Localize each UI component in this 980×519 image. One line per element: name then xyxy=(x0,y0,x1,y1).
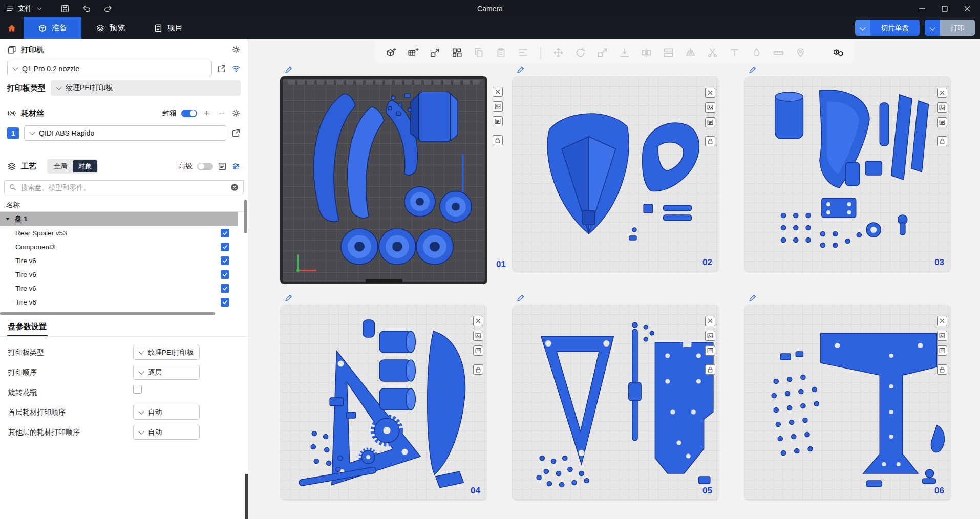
edit-plate-name-icon[interactable] xyxy=(748,294,757,302)
delete-plate-button[interactable] xyxy=(493,86,503,97)
plate-image-button[interactable] xyxy=(705,331,715,341)
plate-card-05[interactable]: 05 xyxy=(512,305,719,501)
file-menu[interactable]: 文件 xyxy=(6,4,43,13)
tab-project[interactable]: 项目 xyxy=(139,17,197,39)
list-scrollbar[interactable] xyxy=(244,200,247,233)
delete-plate-button[interactable] xyxy=(937,88,947,98)
plate-name-button[interactable] xyxy=(937,345,947,356)
plate-04-surface[interactable]: 04 xyxy=(280,305,487,501)
plate-name-button[interactable] xyxy=(493,116,503,126)
print-button[interactable]: 打印 xyxy=(925,20,975,36)
plate-image-button[interactable] xyxy=(705,102,715,113)
sidebar-scrollbar[interactable] xyxy=(245,474,248,519)
plate-02-surface[interactable]: 02 xyxy=(512,76,719,273)
search-input[interactable] xyxy=(21,184,226,191)
object-visibility-checkbox[interactable] xyxy=(221,243,229,251)
delete-plate-button[interactable] xyxy=(937,316,947,326)
add-plate-icon[interactable] xyxy=(405,45,420,60)
viewport[interactable]: 01 xyxy=(248,39,980,519)
minimize-button[interactable] xyxy=(918,4,927,13)
plate-card-02[interactable]: 02 xyxy=(512,76,719,273)
delete-plate-button[interactable] xyxy=(473,316,483,326)
slice-button[interactable]: 切片单盘 xyxy=(855,20,920,36)
remove-filament-button[interactable]: − xyxy=(217,108,227,118)
clear-search-icon[interactable] xyxy=(230,183,239,192)
advanced-toggle[interactable] xyxy=(197,163,213,170)
slice-dropdown[interactable] xyxy=(855,20,870,36)
plate-type-select[interactable]: 纹理PEI打印板 xyxy=(51,80,241,96)
object-list-item[interactable]: Component3 xyxy=(0,240,248,254)
parameter-table-icon[interactable] xyxy=(218,162,227,171)
edit-plate-name-icon[interactable] xyxy=(284,66,293,74)
lock-plate-button[interactable] xyxy=(705,364,715,375)
object-list-item[interactable]: Rear Spoiler v53 xyxy=(0,226,248,240)
assembly-icon[interactable] xyxy=(830,45,845,60)
plate-image-button[interactable] xyxy=(493,101,503,112)
object-visibility-checkbox[interactable] xyxy=(221,229,229,237)
add-object-icon[interactable] xyxy=(383,45,398,60)
lock-plate-button[interactable] xyxy=(473,364,483,375)
build-plate-3d[interactable] xyxy=(280,76,487,284)
delete-plate-button[interactable] xyxy=(705,316,715,326)
close-button[interactable] xyxy=(963,4,972,13)
maximize-button[interactable] xyxy=(940,4,949,13)
edit-plate-name-icon[interactable] xyxy=(284,294,293,302)
auto-arrange-icon[interactable] xyxy=(427,45,442,60)
object-list-item[interactable]: Tire v6 xyxy=(0,282,248,295)
delete-plate-button[interactable] xyxy=(705,88,715,98)
print-dropdown[interactable] xyxy=(925,20,940,36)
plate-name-button[interactable] xyxy=(705,117,715,127)
save-button[interactable] xyxy=(60,4,70,13)
plate-03-surface[interactable]: 03 xyxy=(744,76,951,273)
undo-button[interactable] xyxy=(82,4,91,13)
plate-setting-select[interactable]: 自动 xyxy=(133,405,200,420)
process-settings-icon[interactable] xyxy=(231,162,241,171)
lock-plate-button[interactable] xyxy=(937,136,947,146)
object-visibility-checkbox[interactable] xyxy=(221,298,229,307)
plate-setting-select[interactable]: 自动 xyxy=(133,425,200,440)
plate-image-button[interactable] xyxy=(937,331,947,341)
edit-printer-icon[interactable] xyxy=(217,64,226,73)
plate-06-surface[interactable]: 06 xyxy=(744,305,951,501)
filament-settings-icon[interactable] xyxy=(231,109,241,118)
wifi-icon[interactable] xyxy=(231,64,241,73)
edit-filament-icon[interactable] xyxy=(231,128,241,138)
lock-plate-button[interactable] xyxy=(493,135,503,145)
plate-setting-select[interactable]: 逐层 xyxy=(133,365,200,380)
plate-01-surface[interactable]: 01 xyxy=(280,76,487,284)
scope-global-button[interactable]: 全局 xyxy=(48,160,73,172)
add-filament-button[interactable]: + xyxy=(202,108,212,118)
object-visibility-checkbox[interactable] xyxy=(221,284,229,293)
object-list-item[interactable]: Tire v6 xyxy=(0,254,248,268)
plate-card-03[interactable]: 03 xyxy=(744,76,951,273)
object-list-item[interactable]: Tire v6 xyxy=(0,295,248,309)
plate-card-06[interactable]: 06 xyxy=(744,305,951,501)
home-button[interactable] xyxy=(0,17,24,39)
redo-button[interactable] xyxy=(103,4,113,13)
plate-name-button[interactable] xyxy=(937,117,947,127)
arrange-icon[interactable] xyxy=(449,45,464,60)
lock-plate-button[interactable] xyxy=(705,136,715,146)
plate-tree-row[interactable]: 盘 1 xyxy=(0,212,238,226)
box-toggle[interactable] xyxy=(181,110,197,117)
tab-preview[interactable]: 预览 xyxy=(81,17,139,39)
scope-objects-button[interactable]: 对象 xyxy=(73,160,97,172)
spiral-vase-checkbox[interactable] xyxy=(133,385,142,394)
edit-plate-name-icon[interactable] xyxy=(748,66,757,74)
plate-name-button[interactable] xyxy=(473,345,483,356)
plate-card-01[interactable]: 01 xyxy=(280,76,487,273)
object-list-item[interactable]: Tire v6 xyxy=(0,268,248,282)
printer-select[interactable]: Q1 Pro 0.2 nozzle xyxy=(7,61,212,76)
lock-plate-button[interactable] xyxy=(937,364,947,375)
tab-prepare[interactable]: 准备 xyxy=(24,17,81,39)
plate-setting-select[interactable]: 纹理PEI打印板 xyxy=(133,345,200,360)
edit-plate-name-icon[interactable] xyxy=(516,294,525,302)
plate-image-button[interactable] xyxy=(937,102,947,113)
plate-image-button[interactable] xyxy=(473,331,483,341)
object-visibility-checkbox[interactable] xyxy=(221,256,229,265)
filament-select[interactable]: QIDI ABS Rapido xyxy=(24,125,226,141)
object-visibility-checkbox[interactable] xyxy=(221,270,229,279)
plate-card-04[interactable]: 04 xyxy=(280,305,487,501)
printer-settings-icon[interactable] xyxy=(231,45,241,54)
plate-05-surface[interactable]: 05 xyxy=(512,305,719,501)
